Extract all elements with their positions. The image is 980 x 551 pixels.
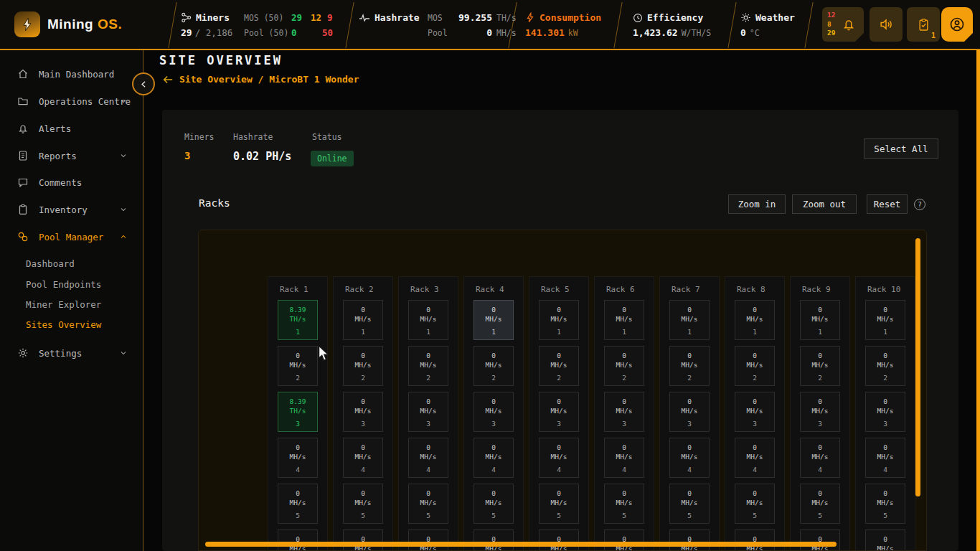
miner-slot-number: 2 xyxy=(883,374,887,382)
sidebar-subitem-sites-overview[interactable]: Sites Overview xyxy=(0,314,143,334)
sidebar-subitem-dashboard[interactable]: Dashboard xyxy=(0,253,143,273)
miner-hashrate-unit: MH/s xyxy=(420,361,437,370)
miner-hashrate-value: 0 xyxy=(296,443,300,453)
miner-cell[interactable]: 0MH/s3 xyxy=(669,392,710,432)
racks-vertical-scrollbar[interactable] xyxy=(915,238,920,496)
miner-cell[interactable]: 0MH/s5 xyxy=(343,484,383,524)
miner-cell[interactable]: 0MH/s4 xyxy=(408,438,448,478)
miner-cell[interactable]: 0MH/s5 xyxy=(408,484,448,524)
miner-cell[interactable]: 0MH/s5 xyxy=(800,484,840,524)
miner-cell[interactable]: 0MH/s3 xyxy=(539,392,579,432)
miner-cell[interactable]: 0MH/s2 xyxy=(539,346,579,386)
sidebar-item-comments[interactable]: Comments xyxy=(0,169,143,196)
miner-hashrate-unit: MH/s xyxy=(355,407,372,416)
miner-cell[interactable]: 0MH/s3 xyxy=(800,392,840,432)
miner-cell[interactable]: 0MH/s1 xyxy=(473,300,514,340)
notifications-button[interactable]: 12 8 29 xyxy=(822,7,864,42)
brand-logo[interactable]: Mining OS. xyxy=(14,11,122,37)
miner-cell[interactable]: 0MH/s6 xyxy=(669,529,710,551)
help-icon[interactable]: ? xyxy=(914,199,925,210)
miner-cell[interactable]: 0MH/s4 xyxy=(604,438,644,478)
miner-cell[interactable]: 0MH/s6 xyxy=(865,529,905,551)
miner-cell[interactable]: 0MH/s3 xyxy=(343,392,383,432)
miner-cell[interactable]: 0MH/s5 xyxy=(278,484,318,524)
miner-cell[interactable]: 0MH/s3 xyxy=(408,392,448,432)
sidebar-item-alerts[interactable]: Alerts xyxy=(0,115,143,142)
sidebar-item-main-dashboard[interactable]: Main Dashboard xyxy=(0,60,143,88)
miner-cell[interactable]: 0MH/s4 xyxy=(669,438,710,478)
miner-cell[interactable]: 0MH/s2 xyxy=(800,346,840,386)
breadcrumb[interactable]: Site Overview / MicroBT 1 Wonder xyxy=(162,74,359,85)
miner-cell[interactable]: 0MH/s6 xyxy=(735,529,775,551)
sidebar-nav: Main Dashboard Operations Centre Alerts … xyxy=(0,50,143,551)
miner-cell[interactable]: 0MH/s3 xyxy=(604,392,644,432)
miner-cell[interactable]: 0MH/s2 xyxy=(865,346,905,386)
miner-cell[interactable]: 0MH/s6 xyxy=(800,529,840,551)
sidebar-subitem-miner-explorer[interactable]: Miner Explorer xyxy=(0,294,143,314)
miner-cell[interactable]: 0MH/s1 xyxy=(539,300,579,340)
miner-cell[interactable]: 0MH/s2 xyxy=(278,346,318,386)
miner-slot-number: 1 xyxy=(426,328,430,336)
miner-cell[interactable]: 0MH/s1 xyxy=(865,300,905,340)
miner-cell[interactable]: 0MH/s1 xyxy=(669,300,710,340)
select-all-button[interactable]: Select All xyxy=(864,138,938,159)
miner-cell[interactable]: 0MH/s4 xyxy=(800,438,840,478)
miner-cell[interactable]: 0MH/s3 xyxy=(473,392,514,432)
reset-button[interactable]: Reset xyxy=(867,194,908,214)
miner-cell[interactable]: 0MH/s6 xyxy=(343,529,383,551)
miner-cell[interactable]: 0MH/s4 xyxy=(343,438,383,478)
sidebar-subitem-pool-endpoints[interactable]: Pool Endpoints xyxy=(0,274,143,294)
miner-cell[interactable]: 0MH/s2 xyxy=(735,346,775,386)
sidebar-item-settings[interactable]: Settings xyxy=(0,339,143,367)
miner-hashrate-value: 0 xyxy=(622,443,626,453)
miner-cell[interactable]: 0MH/s6 xyxy=(473,529,514,551)
miner-cell[interactable]: 0MH/s3 xyxy=(865,392,905,432)
sidebar-item-label: Reports xyxy=(39,151,77,161)
miner-cell[interactable]: 0MH/s6 xyxy=(278,529,318,551)
miner-hashrate-value: 0 xyxy=(426,352,430,361)
miner-cell[interactable]: 0MH/s1 xyxy=(735,300,775,340)
miner-cell[interactable]: 0MH/s2 xyxy=(669,346,710,386)
miner-cell[interactable]: 0MH/s2 xyxy=(408,346,448,386)
zoom-in-button[interactable]: Zoom in xyxy=(728,194,786,214)
sidebar-item-pool-manager[interactable]: Pool Manager xyxy=(0,223,143,250)
miner-cell[interactable]: 0MH/s4 xyxy=(278,438,318,478)
efficiency-value: 1,423.62 xyxy=(633,27,678,38)
racks-panel[interactable]: Rack 18.39TH/s10MH/s28.39TH/s30MH/s40MH/… xyxy=(198,230,927,551)
miner-cell[interactable]: 0MH/s1 xyxy=(343,300,383,340)
miner-cell[interactable]: 0MH/s6 xyxy=(539,529,579,551)
miner-cell[interactable]: 0MH/s5 xyxy=(865,484,905,524)
miner-cell[interactable]: 0MH/s4 xyxy=(865,438,905,478)
miner-cell[interactable]: 0MH/s5 xyxy=(604,484,644,524)
miner-cell[interactable]: 0MH/s3 xyxy=(735,392,775,432)
miner-cell[interactable]: 8.39TH/s3 xyxy=(278,392,318,432)
miner-cell[interactable]: 8.39TH/s1 xyxy=(278,300,318,340)
racks-horizontal-scrollbar[interactable] xyxy=(205,542,837,547)
sound-button[interactable] xyxy=(870,7,903,42)
miner-cell[interactable]: 0MH/s4 xyxy=(735,438,775,478)
miner-cell[interactable]: 0MH/s4 xyxy=(473,438,514,478)
miner-cell[interactable]: 0MH/s5 xyxy=(473,484,514,524)
miner-cell[interactable]: 0MH/s1 xyxy=(800,300,840,340)
page-scrollbar[interactable] xyxy=(976,50,980,551)
miner-slot-number: 2 xyxy=(361,374,365,382)
miner-cell[interactable]: 0MH/s6 xyxy=(408,529,448,551)
miner-cell[interactable]: 0MH/s2 xyxy=(343,346,383,386)
tasks-button[interactable]: 1 xyxy=(907,7,940,42)
miner-cell[interactable]: 0MH/s1 xyxy=(604,300,644,340)
account-button[interactable] xyxy=(941,7,973,42)
zoom-out-button[interactable]: Zoom out xyxy=(792,194,857,214)
sidebar-item-reports[interactable]: Reports xyxy=(0,142,143,169)
miner-cell[interactable]: 0MH/s6 xyxy=(604,529,644,551)
miner-cell[interactable]: 0MH/s5 xyxy=(669,484,710,524)
miner-cell[interactable]: 0MH/s2 xyxy=(473,346,514,386)
miner-cell[interactable]: 0MH/s5 xyxy=(539,484,579,524)
sidebar-item-operations-centre[interactable]: Operations Centre xyxy=(0,88,143,115)
miner-cell[interactable]: 0MH/s4 xyxy=(539,438,579,478)
miner-hashrate-unit: MH/s xyxy=(551,453,567,462)
sidebar-collapse-button[interactable] xyxy=(132,72,155,95)
miner-cell[interactable]: 0MH/s1 xyxy=(408,300,448,340)
sidebar-item-inventory[interactable]: Inventory xyxy=(0,196,143,223)
miner-cell[interactable]: 0MH/s5 xyxy=(735,484,775,524)
miner-cell[interactable]: 0MH/s2 xyxy=(604,346,644,386)
